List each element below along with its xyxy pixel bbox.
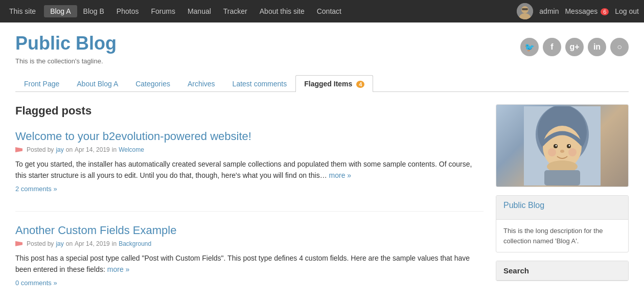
svg-rect-16 xyxy=(544,170,580,186)
post-date: Apr 14, 2019 xyxy=(75,146,110,153)
post-category[interactable]: Background xyxy=(119,240,151,247)
flag-icon xyxy=(15,147,22,152)
nav-item-blogb[interactable]: Blog B xyxy=(77,5,110,17)
sidebar-search-widget: Search xyxy=(496,261,629,281)
blog-header: Public Blog This is the collection's tag… xyxy=(15,33,629,65)
nav-item-tracker[interactable]: Tracker xyxy=(217,5,254,17)
avatar xyxy=(517,3,533,19)
page-container: Public Blog This is the collection's tag… xyxy=(0,22,644,301)
blog-title-area: Public Blog This is the collection's tag… xyxy=(15,33,117,65)
top-navigation: This site Blog A Blog B Photos Forums Ma… xyxy=(0,0,644,22)
site-name: This site xyxy=(5,7,40,15)
sidebar-widget-header: Public Blog xyxy=(496,196,628,220)
linkedin-icon[interactable]: in xyxy=(588,38,606,56)
post-title[interactable]: Another Custom Fields Example xyxy=(15,224,484,237)
sidebar: Public Blog This is the long description… xyxy=(496,104,629,301)
sidebar-description: This is the long description for the col… xyxy=(503,226,621,246)
nav-items: Blog A Blog B Photos Forums Manual Track… xyxy=(44,5,517,17)
svg-point-13 xyxy=(548,148,556,156)
user-section: admin Messages 6 Log out xyxy=(517,3,639,19)
comments-link[interactable]: 2 comments » xyxy=(15,185,57,193)
main-content: Flagged posts Welcome to your b2evolutio… xyxy=(15,104,484,301)
post-divider xyxy=(15,211,484,212)
sidebar-search-header: Search xyxy=(496,261,628,281)
sidebar-widget-body: This is the long description for the col… xyxy=(496,220,628,252)
sidebar-baby-image xyxy=(496,105,628,187)
svg-point-11 xyxy=(569,145,570,146)
svg-rect-3 xyxy=(522,8,528,10)
more-link[interactable]: more » xyxy=(107,265,130,273)
username: admin xyxy=(539,7,559,15)
blog-tagline: This is the collection's tagline. xyxy=(15,57,117,65)
flagged-badge: 4 xyxy=(356,81,364,88)
post-meta: Posted by jay on Apr 14, 2019 in Welcome xyxy=(15,146,484,153)
googleplus-icon[interactable]: g+ xyxy=(565,38,584,56)
post-category[interactable]: Welcome xyxy=(119,146,144,153)
post-date: Apr 14, 2019 xyxy=(75,240,110,247)
tab-latestcomments[interactable]: Latest comments xyxy=(224,75,296,92)
sidebar-image-widget xyxy=(496,104,629,187)
messages-button[interactable]: Messages 6 xyxy=(565,7,609,15)
nav-item-contact[interactable]: Contact xyxy=(311,5,348,17)
more-link[interactable]: more » xyxy=(329,171,352,179)
nav-item-aboutsite[interactable]: About this site xyxy=(254,5,311,17)
nav-item-bloga[interactable]: Blog A xyxy=(44,5,77,17)
svg-point-10 xyxy=(556,145,557,146)
comments-link[interactable]: 0 comments » xyxy=(15,279,57,287)
nav-item-forums[interactable]: Forums xyxy=(145,5,181,17)
tab-frontpage[interactable]: Front Page xyxy=(15,75,68,92)
facebook-icon[interactable]: f xyxy=(543,38,561,56)
post-item: Another Custom Fields Example Posted by … xyxy=(15,224,484,287)
tab-flaggeditems[interactable]: Flagged Items 4 xyxy=(295,75,373,92)
post-excerpt: This post has a special post type called… xyxy=(15,252,484,275)
social-icons: 🐦 f g+ in ○ xyxy=(520,38,629,56)
post-title[interactable]: Welcome to your b2evolution-powered webs… xyxy=(15,130,484,143)
post-item: Welcome to your b2evolution-powered webs… xyxy=(15,130,484,193)
svg-point-14 xyxy=(568,148,577,156)
messages-badge: 6 xyxy=(601,8,609,15)
post-author[interactable]: jay xyxy=(56,146,63,153)
post-meta: Posted by jay on Apr 14, 2019 in Backgro… xyxy=(15,240,484,247)
sidebar-info-widget: Public Blog This is the long description… xyxy=(496,195,629,252)
tab-aboutbloga[interactable]: About Blog A xyxy=(68,75,127,92)
tab-categories[interactable]: Categories xyxy=(127,75,179,92)
flag-icon xyxy=(15,241,22,246)
twitter-icon[interactable]: 🐦 xyxy=(520,38,539,56)
sidebar-blog-title: Public Blog xyxy=(503,201,621,210)
post-author[interactable]: jay xyxy=(56,240,63,247)
main-layout: Flagged posts Welcome to your b2evolutio… xyxy=(15,104,629,301)
sidebar-search-title: Search xyxy=(503,266,621,275)
post-excerpt: To get you started, the installer has au… xyxy=(15,158,484,181)
nav-item-manual[interactable]: Manual xyxy=(181,5,217,17)
section-title: Flagged posts xyxy=(15,104,484,118)
blog-title: Public Blog xyxy=(15,33,117,54)
logout-button[interactable]: Log out xyxy=(615,7,639,15)
tabs-bar: Front Page About Blog A Categories Archi… xyxy=(15,75,629,92)
github-icon[interactable]: ○ xyxy=(610,38,629,56)
svg-point-12 xyxy=(560,150,564,153)
tab-archives[interactable]: Archives xyxy=(179,75,224,92)
nav-item-photos[interactable]: Photos xyxy=(110,5,145,17)
